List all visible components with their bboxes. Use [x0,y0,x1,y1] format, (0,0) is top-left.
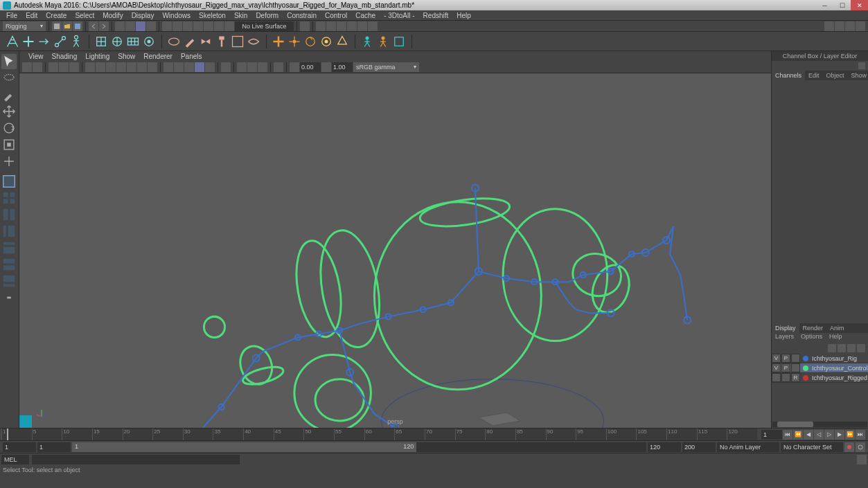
timeline-tick[interactable]: 60 [364,428,395,440]
panel-menu-view[interactable]: View [25,53,47,60]
step-back-key-button[interactable]: ⏪ [793,430,803,440]
layer-reference-toggle[interactable]: R [791,373,800,382]
resolution-gate-icon[interactable] [106,62,116,72]
xray-joints-icon[interactable] [247,62,257,72]
xray-icon[interactable] [237,62,247,72]
smooth-shade-icon[interactable] [174,62,184,72]
menu-file[interactable]: File [3,12,21,19]
timeline-tick[interactable]: 90 [546,428,576,440]
menu-control[interactable]: Control [321,12,351,19]
layer-scrollbar[interactable] [772,421,868,428]
minimize-button[interactable]: ─ [816,0,833,10]
tool-settings-toggle-icon[interactable] [835,21,844,31]
viewport-persp[interactable]: persp [19,73,771,428]
go-start-button[interactable]: ⏮ [783,430,792,440]
play-forward-button[interactable]: ▷ [824,430,834,440]
shelf-blend-icon[interactable] [142,35,156,48]
exposure-icon[interactable] [290,62,299,72]
step-back-button[interactable]: ◀ [804,430,813,440]
shelf-joint-icon[interactable] [53,35,67,48]
menu-display[interactable]: Display [128,12,158,19]
field-chart-icon[interactable] [127,62,136,72]
timeline-tick[interactable]: 5 [32,428,62,440]
menu-deform[interactable]: Deform [252,12,282,19]
shelf-wrap-icon[interactable] [126,35,140,48]
timeline-tick[interactable]: 15 [92,428,123,440]
step-forward-button[interactable]: ▶ [835,430,844,440]
camera-select-icon[interactable] [22,62,32,72]
shelf-orient-constraint-icon[interactable] [303,35,317,48]
menu-cache[interactable]: Cache [352,12,379,19]
menu-constrain[interactable]: Constrain [283,12,320,19]
range-track[interactable] [72,442,646,452]
timeline-tick[interactable]: 120 [727,428,757,440]
layer-menu-options[interactable]: Options [797,333,826,343]
layer-visibility-toggle[interactable] [772,373,781,382]
safe-action-icon[interactable] [137,62,147,72]
shelf-paint-weights-icon[interactable] [183,35,197,48]
tab-render[interactable]: Render [799,323,827,333]
snap-grid-icon[interactable] [162,21,172,31]
range-start-input[interactable] [37,442,71,452]
timeline-tick[interactable]: 105 [636,428,666,440]
layout-outliner-button[interactable] [1,224,17,239]
timeline-tick[interactable]: 80 [485,428,515,440]
timeline-tick[interactable]: 25 [152,428,183,440]
timeline-tick[interactable]: 20 [123,428,153,440]
timeline-tick[interactable]: 115 [697,428,727,440]
command-input[interactable] [32,455,240,464]
new-scene-icon[interactable] [52,21,62,31]
timeline-tick[interactable]: 70 [425,428,455,440]
shelf-point-constraint-icon[interactable] [287,35,301,48]
panel-menu-show[interactable]: Show [114,53,139,60]
shelf-aim-constraint-icon[interactable] [319,35,333,48]
panel-menu-lighting[interactable]: Lighting [82,53,113,60]
grid-toggle-icon[interactable] [85,62,95,72]
render-globals-icon[interactable] [357,21,367,31]
shelf-smooth-skin-icon[interactable] [247,35,260,48]
ipr-render-icon[interactable] [326,21,336,31]
magnet-icon[interactable] [224,21,234,31]
timeline-tick[interactable]: 95 [576,428,606,440]
scale-tool-button[interactable] [1,137,17,152]
shelf-xgen-icon[interactable] [6,35,19,48]
layer-reference-toggle[interactable] [791,354,800,363]
snap-view-icon[interactable] [204,21,213,31]
layer-playback-toggle[interactable]: P [781,354,790,363]
timeline-tick[interactable]: 110 [666,428,697,440]
channel-box-toggle-icon[interactable] [845,21,855,31]
open-scene-icon[interactable] [62,21,72,31]
safe-title-icon[interactable] [148,62,157,72]
layer-visibility-toggle[interactable]: V [772,363,781,372]
current-frame-input[interactable] [761,430,782,440]
range-end-input[interactable] [648,442,681,452]
shelf-parent-constraint-icon[interactable] [272,35,285,48]
shelf-mirror-weights-icon[interactable] [199,35,213,48]
layer-visibility-toggle[interactable]: V [772,354,781,363]
render-settings-icon[interactable] [347,21,357,31]
shelf-pose-icon[interactable] [69,35,83,48]
save-scene-icon[interactable] [73,21,82,31]
panel-menu-panels[interactable]: Panels [177,53,206,60]
tab-anim[interactable]: Anim [826,323,848,333]
panel-menu-renderer[interactable]: Renderer [140,53,176,60]
shelf-arrow-icon[interactable] [37,35,51,48]
layer-color-swatch[interactable] [803,375,808,381]
exposure-input[interactable] [300,62,321,72]
layer-playback-toggle[interactable]: P [781,363,790,372]
timeline-tick[interactable]: 75 [455,428,486,440]
timeline-tick[interactable]: 10 [62,428,92,440]
menu-skin[interactable]: Skin [231,12,251,19]
timeline-tick[interactable]: 100 [606,428,637,440]
timeline-tick[interactable]: 1 [1,428,32,440]
layout-two-button[interactable] [1,207,17,222]
layer-playback-toggle[interactable] [781,373,790,382]
anim-layer-dropdown[interactable]: No Anim Layer [717,442,779,452]
layout-persp-button[interactable] [1,240,17,255]
layout-single-button[interactable] [1,174,17,189]
snap-curve-icon[interactable] [172,21,182,31]
last-tool-button[interactable] [1,154,17,169]
shelf-pole-vector-icon[interactable] [335,35,349,48]
menu-3dtoall[interactable]: - 3DtoAll - [380,12,418,19]
hypershade-icon[interactable] [368,21,378,31]
